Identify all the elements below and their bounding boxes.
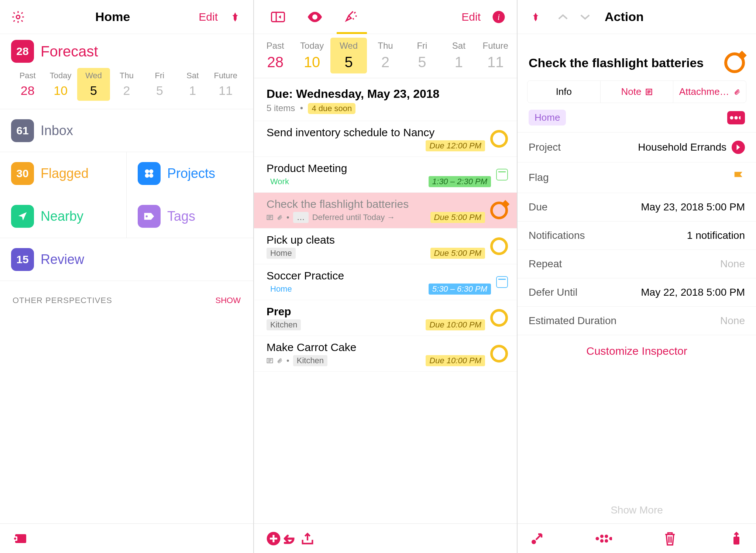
status-circle-icon[interactable] [490, 130, 508, 148]
project-arrow-icon[interactable] [732, 141, 745, 154]
day-future[interactable]: Future11 [209, 68, 242, 101]
field-due[interactable]: Due May 23, 2018 5:00 PM [518, 193, 756, 221]
task-row[interactable]: Pick up cleatsHomeDue 5:00 PM [254, 229, 517, 264]
task-row[interactable]: Product MeetingWork1:30 – 2:30 PM [254, 157, 517, 193]
task-row[interactable]: Soccer PracticeHome5:30 – 6:30 PM [254, 264, 517, 300]
settings-gear-icon[interactable] [10, 8, 27, 25]
day-name: Sat [186, 71, 199, 80]
field-duration-value: None [720, 315, 745, 327]
perspective-nearby[interactable]: Nearby [0, 195, 127, 238]
day-today[interactable]: Today10 [44, 68, 77, 101]
nearby-icon [11, 205, 34, 228]
inspector-tag-home[interactable]: Home [529, 110, 566, 126]
nearby-label: Nearby [41, 209, 83, 224]
convert-icon[interactable] [595, 530, 612, 547]
field-repeat-value: None [720, 258, 745, 270]
tags-label: Tags [167, 209, 195, 224]
day-number: 1 [455, 54, 463, 71]
day-thu[interactable]: Thu2 [367, 38, 403, 73]
cleanup-broom-icon[interactable] [343, 8, 360, 25]
task-time-chip: 5:30 – 6:30 PM [429, 284, 491, 295]
perspective-forecast[interactable]: 28 Forecast Past28Today10Wed5Thu2Fri5Sat… [0, 34, 253, 109]
day-past[interactable]: Past28 [11, 68, 44, 101]
due-group-count: 5 items [267, 103, 295, 113]
projects-icon [138, 162, 161, 185]
day-past[interactable]: Past28 [257, 38, 293, 73]
inspector-tags-row[interactable]: Home [518, 103, 756, 132]
field-repeat[interactable]: Repeat None [518, 250, 756, 278]
inspector-task-title[interactable]: Check the flashlight batteries [529, 56, 718, 70]
task-due-chip: Due 10:00 PM [426, 319, 485, 330]
next-action-chevron-down-icon[interactable] [577, 8, 594, 25]
task-row[interactable]: PrepKitchenDue 10:00 PM [254, 300, 517, 336]
tab-attachments[interactable]: Attachme… [673, 81, 746, 103]
go-to-project-icon[interactable] [529, 530, 546, 547]
field-defer[interactable]: Defer Until May 22, 2018 5:00 PM [518, 278, 756, 306]
due-group-soon-pill: 4 due soon [308, 103, 355, 114]
inspector-status-circle-icon[interactable] [724, 52, 745, 73]
task-row[interactable]: Send inventory schedule to NancyDue 12:0… [254, 121, 517, 157]
view-eye-icon[interactable] [306, 8, 323, 25]
add-task-icon[interactable] [265, 530, 282, 547]
new-perspective-icon[interactable] [11, 530, 28, 547]
day-fri[interactable]: Fri5 [404, 38, 440, 73]
perspective-tags[interactable]: Tags [127, 195, 253, 238]
other-perspectives-heading: OTHER PERSPECTIVES [13, 296, 112, 305]
field-duration[interactable]: Estimated Duration None [518, 306, 756, 335]
info-icon[interactable]: i [490, 8, 507, 25]
inspector-column: Action Check the flashlight batteries In… [518, 0, 756, 553]
day-number: 10 [304, 54, 320, 71]
inspector-pin-icon[interactable] [527, 8, 544, 25]
tab-note[interactable]: Note [601, 81, 674, 103]
field-notifications[interactable]: Notifications 1 notification [518, 221, 756, 250]
day-name: Future [483, 41, 508, 51]
task-due-chip: Due 10:00 PM [426, 355, 485, 366]
tag-arrow-icon[interactable] [727, 111, 745, 124]
task-row[interactable]: Check the flashlight batteries•…Deferred… [254, 193, 517, 229]
day-name: Wed [340, 41, 358, 51]
field-notifications-label: Notifications [529, 230, 585, 241]
pin-icon[interactable] [227, 8, 244, 25]
tab-info[interactable]: Info [528, 81, 601, 103]
home-edit-button[interactable]: Edit [199, 11, 218, 23]
show-more-button[interactable]: Show More [518, 504, 756, 516]
perspective-review[interactable]: 15 Review [0, 238, 253, 281]
status-circle-icon[interactable] [490, 345, 508, 363]
day-sat[interactable]: Sat1 [176, 68, 209, 101]
day-thu[interactable]: Thu2 [110, 68, 143, 101]
status-circle-icon[interactable] [490, 202, 508, 219]
svg-point-30 [600, 535, 604, 538]
field-project[interactable]: Project Household Errands [518, 132, 756, 162]
home-bottombar [0, 523, 253, 553]
day-sat[interactable]: Sat1 [440, 38, 477, 73]
undo-icon[interactable] [282, 530, 299, 547]
perspective-projects[interactable]: Projects [127, 152, 253, 195]
share-icon[interactable] [299, 530, 316, 547]
day-wed[interactable]: Wed5 [330, 38, 367, 73]
day-wed[interactable]: Wed5 [77, 68, 110, 101]
home-column: Home Edit 28 Forecast Past28Today10Wed5T… [0, 0, 254, 553]
day-today[interactable]: Today10 [293, 38, 330, 73]
prev-action-chevron-up-icon[interactable] [554, 8, 571, 25]
share-action-icon[interactable] [728, 530, 745, 547]
day-name: Wed [85, 71, 102, 80]
field-flag[interactable]: Flag [518, 162, 756, 193]
day-fri[interactable]: Fri5 [143, 68, 176, 101]
task-row[interactable]: Make Carrot Cake•KitchenDue 10:00 PM [254, 336, 517, 372]
tasklist-edit-button[interactable]: Edit [461, 11, 481, 23]
day-name: Today [300, 41, 324, 51]
sidebar-toggle-icon[interactable] [269, 8, 286, 25]
attachment-indicator-icon [277, 358, 283, 364]
status-circle-icon[interactable] [490, 309, 508, 327]
perspective-flagged[interactable]: 30 Flagged [0, 152, 127, 195]
delete-trash-icon[interactable] [662, 530, 678, 547]
customize-inspector-button[interactable]: Customize Inspector [518, 335, 756, 361]
forecast-badge: 28 [11, 40, 34, 63]
tab-note-label: Note [621, 86, 642, 97]
day-future[interactable]: Future11 [477, 38, 514, 73]
other-perspectives-show-button[interactable]: SHOW [216, 296, 241, 305]
field-flag-label: Flag [529, 172, 549, 183]
perspective-inbox[interactable]: 61 Inbox [0, 109, 253, 152]
forecast-daystrip: Past28Today10Wed5Thu2Fri5Sat1Future11 [11, 68, 242, 101]
status-circle-icon[interactable] [490, 237, 508, 255]
